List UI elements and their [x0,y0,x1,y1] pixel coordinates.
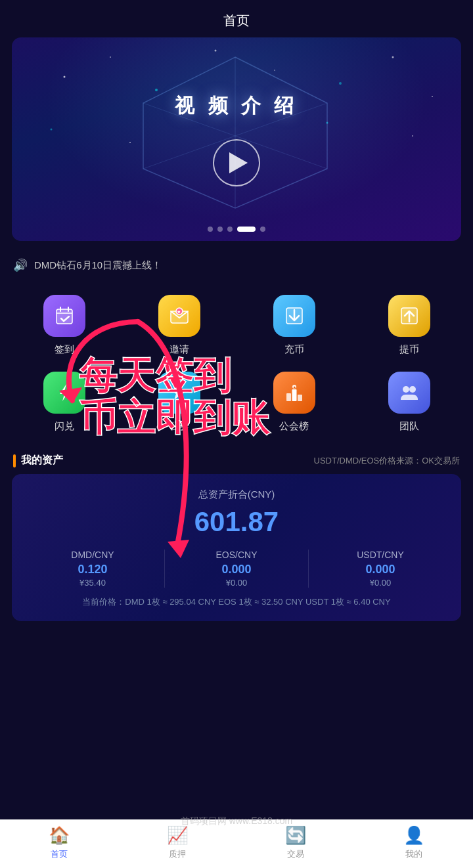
page-title: 首页 [223,13,250,28]
eos-cny: ¥0.00 [171,578,302,588]
banner-dots [208,227,265,232]
invite-label: 邀请 [169,343,189,356]
home-icon: 🏠 [49,825,70,846]
deposit-label: 充币 [284,343,304,356]
total-value: 601.87 [28,506,445,538]
assets-source: USDT/DMD/EOS价格来源：OK交易所 [314,455,460,467]
assets-section-header: 我的资产 USDT/DMD/EOS价格来源：OK交易所 [0,448,473,474]
dot-2 [217,227,223,232]
divider-1 [164,550,165,588]
svg-rect-32 [292,389,296,401]
grid-menu: 签到 ♥ 邀请 充币 提币 闪兑 [0,279,473,448]
grid-item-checkin[interactable]: 签到 [7,286,122,362]
dot-1 [208,227,213,232]
grid-item-deposit[interactable]: 充币 [236,286,351,362]
grid-item-flash[interactable]: 闪兑 [7,362,122,439]
stake-icon: 📈 [167,825,188,846]
orange-bar [13,454,16,467]
rank-icon: ★ [273,372,315,414]
nav-home[interactable]: 🏠 首页 [33,825,85,860]
dot-5 [260,227,265,232]
announcement-text: DMD钻石6月10日震撼上线！ [34,259,162,272]
team-icon [388,372,430,414]
assets-title-group: 我的资产 [13,454,63,467]
invite-icon: ♥ [158,295,200,337]
flash-label: 闪兑 [55,420,74,433]
assets-title: 我的资产 [21,454,63,467]
usdt-label: USDT/CNY [315,550,445,560]
grid-item-team[interactable]: 团队 [351,362,466,439]
eos-value: 0.000 [171,563,302,576]
guild-label: 公会 [169,420,189,433]
checkin-icon [43,295,85,337]
page-wrapper: 首页 视 频 介 绍 [0,0,473,868]
mine-icon: 👤 [403,825,424,846]
asset-columns-row: DMD/CNY 0.120 ¥35.40 EOS/CNY 0.000 ¥0.00… [28,550,445,588]
asset-col-eos: EOS/CNY 0.000 ¥0.00 [171,550,302,588]
nav-trade[interactable]: 🔄 交易 [269,825,322,860]
grid-item-rank[interactable]: ★ 公会榜 [236,362,351,439]
flash-icon [43,372,85,414]
rank-label: 公会榜 [279,420,309,433]
home-label: 首页 [51,848,68,860]
dot-4 [237,227,256,232]
dmd-cny: ¥35.40 [28,578,158,588]
nav-stake[interactable]: 📈 质押 [151,825,204,860]
asset-card: 总资产折合(CNY) 601.87 DMD/CNY 0.120 ¥35.40 E… [12,474,461,621]
eos-label: EOS/CNY [171,550,302,560]
usdt-cny: ¥0.00 [315,578,445,588]
usdt-value: 0.000 [315,563,445,576]
dmd-label: DMD/CNY [28,550,158,560]
trade-icon: 🔄 [285,825,306,846]
total-label: 总资产折合(CNY) [28,488,445,501]
svg-rect-33 [298,395,302,401]
play-icon [229,152,248,173]
play-button[interactable] [213,139,260,186]
withdraw-label: 提币 [399,343,419,356]
announcement-bar: 🔊 DMD钻石6月10日震撼上线！ [0,251,473,279]
dot-3 [227,227,233,232]
guild-icon [158,372,200,414]
watermark: 首码项目网 www.E318.com [0,815,473,827]
asset-col-dmd: DMD/CNY 0.120 ¥35.40 [28,550,158,588]
video-banner[interactable]: 视 频 介 绍 [12,37,461,241]
svg-point-36 [403,386,409,393]
withdraw-icon [388,295,430,337]
asset-col-usdt: USDT/CNY 0.000 ¥0.00 [315,550,445,588]
deposit-icon [273,295,315,337]
grid-item-withdraw[interactable]: 提币 [351,286,466,362]
svg-rect-31 [286,393,291,401]
svg-marker-29 [60,384,69,401]
team-label: 团队 [399,420,419,433]
banner-title: 视 频 介 绍 [175,93,298,119]
svg-text:♥: ♥ [177,309,181,315]
checkin-label: 签到 [55,343,74,356]
mine-label: 我的 [405,848,422,860]
trade-label: 交易 [287,848,304,860]
grid-item-invite[interactable]: ♥ 邀请 [122,286,236,362]
svg-point-37 [409,386,416,393]
header: 首页 [0,0,473,37]
price-note: 当前价格：DMD 1枚 ≈ 295.04 CNY EOS 1枚 ≈ 32.50 … [28,596,445,609]
nav-mine[interactable]: 👤 我的 [388,825,440,860]
svg-marker-30 [171,384,188,400]
divider-2 [308,550,309,588]
dmd-value: 0.120 [28,563,158,576]
grid-item-guild[interactable]: 公会 [122,362,236,439]
announce-icon: 🔊 [13,258,28,272]
stake-label: 质押 [169,848,186,860]
